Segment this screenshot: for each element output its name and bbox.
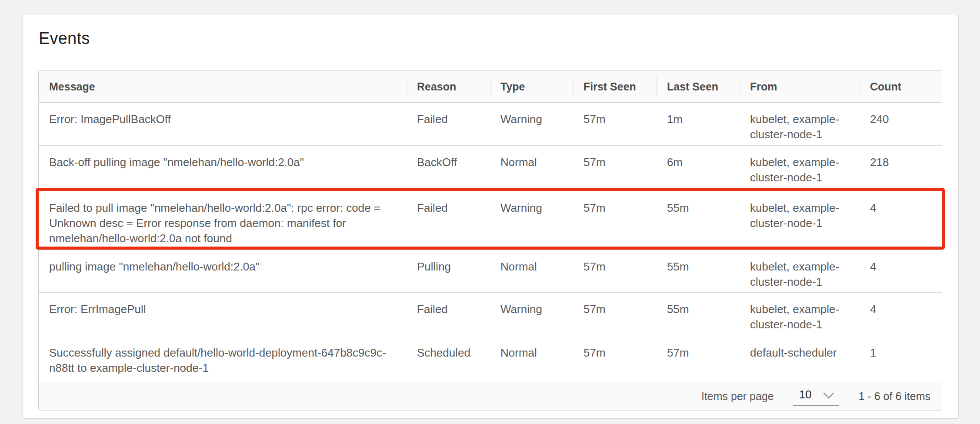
events-card: Events Message Reason Type First Seen La… (23, 15, 959, 419)
cell-from: kubelet, example-cluster-node-1 (740, 292, 860, 336)
cell-from: kubelet, example-cluster-node-1 (740, 145, 860, 191)
cell-type: Warning (490, 191, 573, 250)
cell-from: kubelet, example-cluster-node-1 (740, 103, 860, 145)
header-row: Message Reason Type First Seen Last Seen… (39, 71, 942, 103)
cell-reason: Failed (407, 292, 490, 336)
table-row: Successfully assigned default/hello-worl… (39, 336, 942, 382)
cell-first-seen: 57m (573, 145, 657, 191)
cell-last-seen: 55m (657, 292, 740, 336)
cell-first-seen: 57m (573, 336, 657, 382)
table-row: pulling image "nmelehan/hello-world:2.0a… (39, 250, 942, 292)
cell-count: 4 (860, 292, 942, 336)
cell-first-seen: 57m (573, 250, 657, 292)
cell-message: Error: ErrImagePull (39, 292, 407, 336)
cell-from: kubelet, example-cluster-node-1 (740, 250, 860, 292)
cell-message: Back-off pulling image "nmelehan/hello-w… (39, 145, 407, 191)
datagrid-footer: Items per page 10 1 - 6 of 6 items (39, 382, 942, 410)
cell-last-seen: 55m (657, 250, 740, 292)
column-header-type: Type (490, 71, 573, 103)
column-header-count: Count (860, 71, 942, 103)
chevron-down-icon (823, 389, 834, 402)
cell-reason: Failed (407, 191, 490, 250)
cell-count: 240 (860, 103, 942, 145)
cell-reason: Scheduled (407, 336, 490, 382)
cell-message: Error: ImagePullBackOff (39, 103, 407, 145)
window-edge-divider (971, 0, 971, 424)
cell-type: Normal (490, 145, 573, 191)
column-header-last-seen: Last Seen (657, 71, 740, 103)
events-datagrid: Message Reason Type First Seen Last Seen… (38, 70, 942, 411)
cell-count: 4 (860, 250, 942, 292)
datagrid-frame: Message Reason Type First Seen Last Seen… (38, 70, 942, 411)
cell-count: 1 (860, 336, 942, 382)
cell-from: default-scheduler (740, 336, 860, 382)
cell-count: 4 (860, 191, 942, 250)
cell-reason: Pulling (407, 250, 490, 292)
cell-reason: BackOff (407, 145, 490, 191)
cell-last-seen: 55m (657, 191, 740, 250)
cell-last-seen: 1m (657, 103, 740, 145)
page-title: Events (39, 29, 943, 48)
items-per-page-label: Items per page (701, 390, 774, 403)
cell-type: Warning (490, 292, 573, 336)
cell-type: Normal (490, 336, 573, 382)
cell-last-seen: 57m (657, 336, 740, 382)
column-header-from: From (740, 71, 860, 103)
cell-count: 218 (860, 145, 942, 191)
cell-message: Failed to pull image "nmelehan/hello-wor… (39, 191, 407, 250)
cell-first-seen: 57m (573, 191, 657, 250)
cell-message: Successfully assigned default/hello-worl… (39, 336, 407, 382)
cell-type: Normal (490, 250, 573, 292)
cell-from: kubelet, example-cluster-node-1 (740, 191, 860, 250)
table-row: Back-off pulling image "nmelehan/hello-w… (39, 145, 942, 191)
cell-message: pulling image "nmelehan/hello-world:2.0a… (39, 250, 407, 292)
cell-reason: Failed (407, 103, 490, 145)
cell-type: Warning (490, 103, 573, 145)
items-per-page-select[interactable]: 10 (793, 387, 839, 406)
table-row: Error: ErrImagePull Failed Warning 57m 5… (39, 292, 942, 336)
pagination-range: 1 - 6 of 6 items (859, 390, 930, 403)
cell-first-seen: 57m (573, 292, 657, 336)
cell-first-seen: 57m (573, 103, 657, 145)
cell-last-seen: 6m (657, 145, 740, 191)
column-header-reason: Reason (407, 71, 490, 103)
items-per-page-value: 10 (799, 388, 812, 401)
table-row: Error: ImagePullBackOff Failed Warning 5… (39, 103, 942, 145)
table-row-highlighted: Failed to pull image "nmelehan/hello-wor… (39, 191, 942, 250)
column-header-first-seen: First Seen (573, 71, 657, 103)
column-header-message: Message (39, 71, 407, 103)
